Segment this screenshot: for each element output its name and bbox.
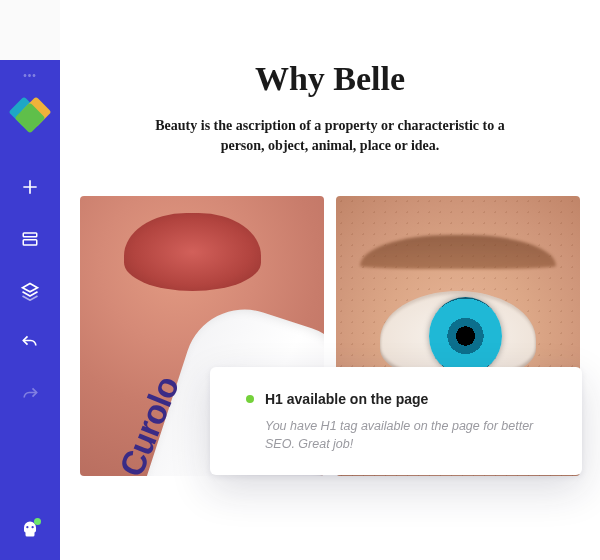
drag-handle-icon: ••• (23, 70, 37, 81)
page-subtitle[interactable]: Beauty is the ascription of a property o… (135, 116, 525, 156)
status-dot-icon (246, 395, 254, 403)
notification-description: You have H1 tag available on the page fo… (246, 417, 556, 453)
add-element-button[interactable] (0, 163, 60, 215)
seo-notification[interactable]: H1 available on the page You have H1 tag… (210, 367, 582, 475)
sections-button[interactable] (0, 215, 60, 267)
svg-rect-0 (23, 233, 37, 237)
app-logo[interactable] (13, 99, 47, 129)
undo-button[interactable] (0, 319, 60, 371)
page-title[interactable]: Why Belle (80, 60, 580, 98)
support-button[interactable] (0, 502, 60, 560)
layers-icon (20, 281, 40, 305)
status-badge (34, 518, 41, 525)
plus-icon (20, 177, 40, 201)
editor-sidebar: ••• (0, 60, 60, 560)
undo-icon (20, 333, 40, 357)
redo-button[interactable] (0, 371, 60, 423)
svg-rect-1 (23, 240, 37, 245)
sections-icon (21, 230, 39, 252)
page-canvas: Why Belle Beauty is the ascription of a … (60, 0, 600, 560)
layers-button[interactable] (0, 267, 60, 319)
notification-title: H1 available on the page (265, 391, 428, 407)
redo-icon (20, 385, 40, 409)
